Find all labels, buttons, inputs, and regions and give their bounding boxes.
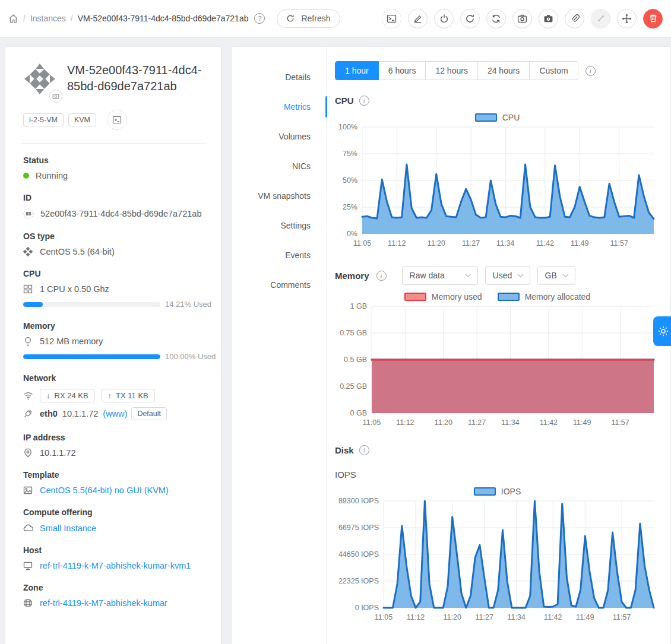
time-range-row: 1 hour 6 hours 12 hours 24 hours Custom … [335, 61, 660, 80]
centos-icon [23, 247, 33, 256]
legend-item[interactable]: Memory used [404, 292, 482, 302]
attach-iso-button[interactable] [565, 9, 584, 28]
change-icon-badge[interactable] [49, 90, 62, 103]
tx-button[interactable]: ↑TX 11 KB [102, 389, 155, 402]
console-chip-button[interactable] [107, 110, 127, 130]
offering-section: Compute offering Small Instance [23, 507, 203, 533]
template-section: Template CentOS 5.5(64-bit) no GUI (KVM) [23, 470, 203, 495]
refresh-button[interactable]: Refresh [277, 9, 340, 28]
os-logo [23, 62, 58, 98]
refresh-label: Refresh [301, 14, 330, 23]
svg-text:1 GB: 1 GB [350, 302, 368, 310]
ostype-section: OS type CentOS 5.5 (64-bit) [23, 231, 203, 256]
migrate-button[interactable] [617, 9, 637, 28]
tab-metrics[interactable]: Metrics [232, 92, 326, 122]
ip-label: IP address [23, 433, 203, 442]
console-icon [387, 14, 397, 24]
svg-text:11:20: 11:20 [435, 418, 452, 427]
offering-link[interactable]: Small Instance [40, 524, 96, 533]
network-link[interactable]: (www) [103, 409, 127, 418]
camera-icon [52, 93, 59, 100]
range-12-hours-button[interactable]: 12 hours [426, 61, 477, 80]
memory-data-select-value: Raw data [410, 271, 445, 280]
legend-item[interactable]: CPU [475, 113, 520, 122]
memory-data-select[interactable]: Raw data [402, 266, 478, 285]
host-link[interactable]: ref-trl-4119-k-M7-abhishek-kumar-kvm1 [40, 561, 191, 570]
range-6-hours-button[interactable]: 6 hours [379, 61, 426, 80]
cpu-value: 1 CPU x 0.50 Ghz [40, 284, 109, 294]
breadcrumb: / Instances / VM-52e00f43-7911-4dc4-85bd… [8, 9, 340, 28]
reboot-button[interactable] [460, 9, 480, 28]
cpu-used-label: 14.21% Used [165, 300, 211, 309]
memory-label: Memory [23, 321, 203, 331]
tab-events[interactable]: Events [232, 240, 326, 270]
barcode-icon [23, 208, 34, 219]
tab-volumes[interactable]: Volumes [232, 122, 326, 151]
stop-button[interactable] [434, 9, 454, 28]
legend-item[interactable]: IOPS [474, 487, 521, 496]
svg-text:11:20: 11:20 [444, 613, 461, 621]
cpu-progress-fill [23, 302, 43, 307]
memory-metric-select[interactable]: Used [485, 266, 530, 285]
legend-label: Memory used [432, 292, 482, 302]
info-icon[interactable]: i [376, 271, 387, 281]
ostype-label: OS type [23, 231, 203, 241]
tab-vm-snapshots[interactable]: VM snapshots [232, 181, 326, 211]
scale-button[interactable] [591, 9, 610, 28]
legend-swatch [474, 487, 496, 496]
zone-link[interactable]: ref-trl-4119-k-M7-abhishek-kumar [40, 598, 167, 608]
legend-swatch [475, 113, 497, 122]
console-button[interactable] [382, 9, 401, 28]
range-custom-button[interactable]: Custom [530, 61, 578, 80]
chart-legend: IOPS [335, 487, 660, 496]
svg-text:75%: 75% [343, 150, 357, 158]
take-snapshot-button[interactable] [512, 9, 532, 28]
legend-label: IOPS [501, 487, 521, 496]
detail-panel: Details Metrics Volumes NICs VM snapshot… [231, 46, 671, 644]
chart-legend: Memory usedMemory allocated [335, 292, 660, 302]
svg-text:0%: 0% [347, 230, 357, 238]
range-24-hours-button[interactable]: 24 hours [478, 61, 530, 80]
tab-details[interactable]: Details [232, 62, 326, 92]
zone-label: Zone [23, 583, 203, 592]
status-section: Status Running [23, 156, 203, 180]
info-icon[interactable]: i [585, 66, 596, 76]
hypervisor-tag: KVM [68, 113, 96, 126]
svg-text:22325 IOPS: 22325 IOPS [338, 577, 379, 585]
globe-icon [23, 598, 33, 608]
info-icon[interactable]: i [359, 96, 369, 106]
content: VM-52e00f43-7911-4dc4-85bd-d69de7a721ab … [0, 37, 671, 644]
trash-icon [648, 14, 658, 23]
nic-name: eth0 [40, 409, 58, 418]
range-1-hour-button[interactable]: 1 hour [335, 61, 379, 80]
svg-text:0.5 GB: 0.5 GB [344, 356, 367, 364]
recurring-snapshot-button[interactable] [539, 9, 558, 28]
help-icon[interactable]: ? [254, 13, 265, 24]
cpu-label: CPU [23, 269, 203, 278]
breadcrumb-instances[interactable]: Instances [30, 14, 66, 23]
instance-internal-name-tag: i-2-5-VM [23, 113, 64, 126]
arrow-up-icon: ↑ [108, 391, 112, 400]
destroy-button[interactable] [643, 9, 663, 28]
info-icon[interactable]: i [359, 445, 369, 455]
tab-nics[interactable]: NICs [232, 151, 326, 181]
instance-tags: i-2-5-VM KVM [23, 110, 203, 130]
memory-unit-select[interactable]: GB [537, 266, 575, 285]
tab-comments[interactable]: Comments [232, 270, 326, 300]
time-range-group: 1 hour 6 hours 12 hours 24 hours Custom [335, 61, 578, 80]
reinstall-button[interactable] [486, 9, 506, 28]
template-link[interactable]: CentOS 5.5(64-bit) no GUI (KVM) [40, 486, 169, 495]
instance-summary-card: VM-52e00f43-7911-4dc4-85bd-d69de7a721ab … [5, 46, 221, 644]
legend-item[interactable]: Memory allocated [498, 292, 591, 302]
settings-fab[interactable] [653, 316, 671, 346]
svg-text:11:49: 11:49 [576, 613, 594, 621]
edit-button[interactable] [408, 9, 428, 28]
rx-button[interactable]: ↓RX 24 KB [40, 389, 95, 402]
cpu-chart-title: CPU [335, 96, 354, 106]
legend-label: CPU [502, 113, 520, 122]
ip-value: 10.1.1.72 [40, 448, 75, 458]
tab-settings[interactable]: Settings [232, 211, 326, 240]
legend-label: Memory allocated [525, 292, 591, 302]
home-icon[interactable] [8, 14, 18, 24]
memory-section: Memory 512 MB memory 100.00% Used [23, 321, 203, 361]
